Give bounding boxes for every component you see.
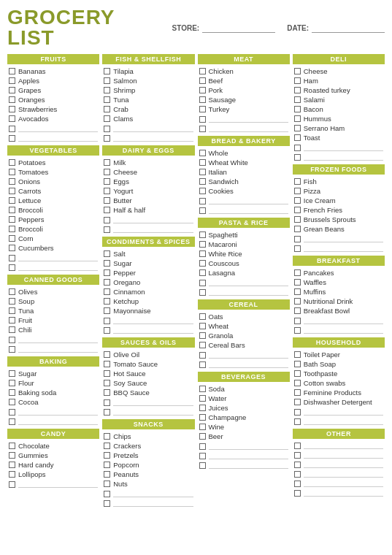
checkbox[interactable] (104, 87, 110, 93)
checkbox[interactable] (294, 207, 301, 213)
checkbox[interactable] (294, 106, 301, 112)
checkbox[interactable] (294, 269, 301, 276)
blank-checkbox[interactable] (294, 236, 301, 242)
blank-input-line[interactable] (209, 443, 288, 450)
blank-input-line[interactable] (113, 226, 193, 233)
checkbox[interactable] (199, 178, 206, 185)
blank-checkbox[interactable] (9, 264, 15, 271)
checkbox[interactable] (199, 269, 206, 276)
blank-input-line[interactable] (113, 134, 193, 142)
checkbox[interactable] (9, 169, 15, 175)
checkbox[interactable] (9, 197, 15, 204)
blank-input-line[interactable] (113, 317, 193, 324)
blank-input-line[interactable] (209, 125, 288, 132)
blank-checkbox[interactable] (9, 126, 15, 132)
checkbox[interactable] (294, 380, 301, 386)
blank-checkbox[interactable] (104, 399, 110, 406)
blank-input-line[interactable] (113, 326, 193, 334)
blank-checkbox[interactable] (294, 481, 301, 487)
checkbox[interactable] (199, 106, 206, 112)
blank-checkbox[interactable] (104, 318, 110, 324)
blank-input-line[interactable] (209, 115, 288, 123)
blank-input-line[interactable] (209, 462, 288, 469)
checkbox[interactable] (199, 395, 206, 402)
checkbox[interactable] (199, 386, 206, 392)
checkbox[interactable] (9, 471, 15, 478)
blank-checkbox[interactable] (294, 145, 301, 151)
checkbox[interactable] (199, 260, 206, 267)
checkbox[interactable] (9, 443, 15, 449)
blank-checkbox[interactable] (104, 135, 110, 142)
checkbox[interactable] (104, 389, 110, 396)
blank-input-line[interactable] (18, 408, 98, 416)
checkbox[interactable] (199, 405, 206, 411)
blank-input-line[interactable] (304, 153, 383, 161)
blank-input-line[interactable] (18, 481, 98, 488)
checkbox[interactable] (199, 342, 206, 348)
blank-checkbox[interactable] (294, 245, 301, 252)
blank-input-line[interactable] (209, 361, 288, 368)
blank-checkbox[interactable] (199, 207, 206, 214)
blank-checkbox[interactable] (199, 443, 206, 450)
checkbox[interactable] (294, 351, 301, 358)
blank-checkbox[interactable] (199, 126, 206, 132)
checkbox[interactable] (199, 231, 206, 238)
checkbox[interactable] (104, 77, 110, 84)
checkbox[interactable] (9, 235, 15, 242)
checkbox[interactable] (104, 279, 110, 286)
checkbox[interactable] (294, 399, 301, 405)
checkbox[interactable] (104, 169, 110, 175)
checkbox[interactable] (199, 250, 206, 257)
checkbox[interactable] (199, 323, 206, 329)
checkbox[interactable] (199, 169, 206, 175)
checkbox[interactable] (9, 245, 15, 251)
checkbox[interactable] (104, 443, 110, 449)
blank-input-line[interactable] (113, 408, 193, 416)
checkbox[interactable] (9, 96, 15, 103)
checkbox[interactable] (9, 317, 15, 324)
checkbox[interactable] (294, 77, 301, 84)
checkbox[interactable] (104, 351, 110, 358)
blank-input-line[interactable] (18, 345, 98, 353)
checkbox[interactable] (104, 433, 110, 440)
blank-input-line[interactable] (304, 489, 383, 497)
blank-checkbox[interactable] (199, 198, 206, 204)
checkbox[interactable] (9, 178, 15, 185)
blank-checkbox[interactable] (9, 418, 15, 425)
checkbox[interactable] (104, 115, 110, 122)
blank-input-line[interactable] (113, 500, 193, 507)
blank-checkbox[interactable] (199, 116, 206, 123)
checkbox[interactable] (9, 216, 15, 223)
blank-input-line[interactable] (209, 279, 288, 286)
checkbox[interactable] (199, 424, 206, 430)
blank-input-line[interactable] (18, 336, 98, 343)
blank-input-line[interactable] (18, 264, 98, 271)
blank-checkbox[interactable] (9, 135, 15, 142)
blank-checkbox[interactable] (294, 418, 301, 425)
checkbox[interactable] (104, 197, 110, 204)
checkbox[interactable] (294, 115, 301, 122)
checkbox[interactable] (294, 125, 301, 131)
checkbox[interactable] (294, 68, 301, 74)
blank-checkbox[interactable] (9, 481, 15, 488)
blank-checkbox[interactable] (9, 255, 15, 261)
checkbox[interactable] (294, 216, 301, 223)
blank-input-line[interactable] (304, 480, 383, 487)
blank-checkbox[interactable] (104, 491, 110, 497)
checkbox[interactable] (104, 361, 110, 367)
checkbox[interactable] (104, 68, 110, 74)
blank-input-line[interactable] (304, 461, 383, 468)
checkbox[interactable] (199, 68, 206, 74)
blank-checkbox[interactable] (294, 409, 301, 416)
blank-checkbox[interactable] (104, 327, 110, 334)
checkbox[interactable] (9, 452, 15, 459)
checkbox[interactable] (294, 279, 301, 286)
checkbox[interactable] (199, 96, 206, 103)
checkbox[interactable] (294, 298, 301, 305)
checkbox[interactable] (199, 159, 206, 166)
checkbox[interactable] (9, 370, 15, 377)
checkbox[interactable] (294, 178, 301, 185)
checkbox[interactable] (294, 288, 301, 295)
checkbox[interactable] (294, 197, 301, 204)
checkbox[interactable] (199, 433, 206, 440)
